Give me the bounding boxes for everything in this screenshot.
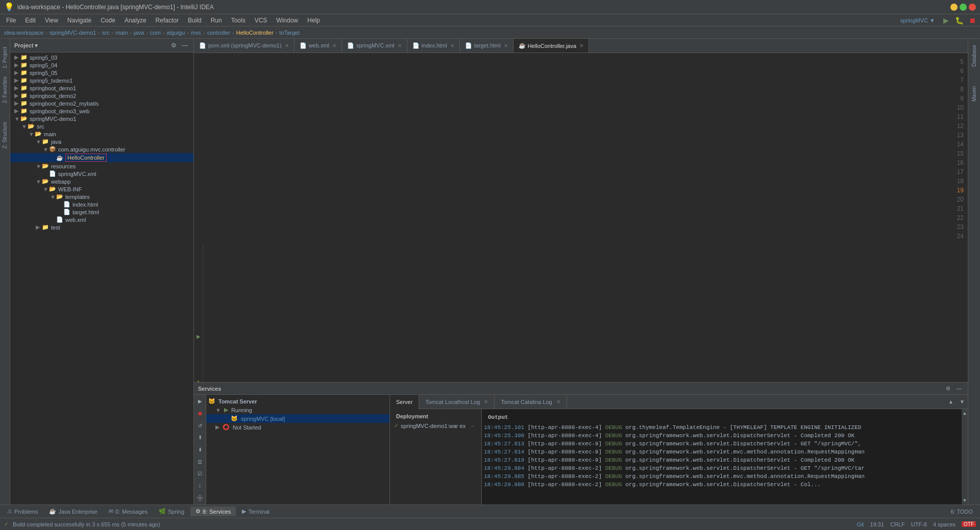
tree-test[interactable]: ▶ 📁 test bbox=[10, 223, 193, 231]
tab-target-html[interactable]: 📄 target.html ✕ bbox=[460, 39, 513, 53]
tree-spring5-04[interactable]: ▶ 📁 spring5_04 bbox=[10, 61, 193, 69]
tree-springboot-demo2[interactable]: ▶ 📁 springboot_demo2 bbox=[10, 92, 193, 99]
maximize-button[interactable] bbox=[960, 4, 967, 11]
services-close[interactable]: — bbox=[954, 384, 964, 393]
bc-com[interactable]: com bbox=[150, 30, 161, 36]
run-gutter-icon[interactable]: ▶ bbox=[194, 332, 203, 341]
warning-gutter-icon[interactable]: ⚠ bbox=[194, 377, 203, 382]
services-stop[interactable]: ⏹ bbox=[194, 408, 206, 419]
line-ending[interactable]: CRLF bbox=[890, 521, 905, 527]
tree-templates[interactable]: ▼ 📂 templates bbox=[10, 193, 193, 200]
services-menu[interactable]: ☰ bbox=[194, 456, 206, 467]
tab-close-srv[interactable]: ✕ bbox=[484, 399, 488, 405]
tab-index-html[interactable]: 📄 index.html ✕ bbox=[407, 39, 460, 53]
menu-help[interactable]: Help bbox=[303, 16, 324, 25]
tree-index-html[interactable]: ▶ 📄 index.html bbox=[10, 200, 193, 208]
bc-controller[interactable]: controller bbox=[207, 30, 230, 36]
run-button[interactable]: ▶ bbox=[940, 15, 951, 26]
stop-button[interactable]: ⏹ bbox=[967, 15, 978, 26]
tab-close-icon[interactable]: ✕ bbox=[450, 43, 454, 48]
bc-main[interactable]: main bbox=[115, 30, 128, 36]
services-settings[interactable]: ⚙ bbox=[943, 384, 952, 393]
srv-running[interactable]: ▼ ▶ Running bbox=[206, 406, 389, 414]
tree-springboot-demo1[interactable]: ▶ 📁 springboot_demo1 bbox=[10, 84, 193, 92]
srv-not-started[interactable]: ▶ ⭕ Not Started bbox=[206, 423, 389, 432]
tab-close-icon[interactable]: ✕ bbox=[285, 43, 289, 48]
bc-workspace[interactable]: idea-workspace bbox=[4, 30, 43, 36]
tree-spring5-05[interactable]: ▶ 📁 spring5_05 bbox=[10, 69, 193, 77]
tree-web-xml[interactable]: ▶ 📄 web.xml bbox=[10, 216, 193, 223]
indent[interactable]: 4 spaces bbox=[933, 521, 955, 527]
encoding[interactable]: UTF-8 bbox=[911, 521, 927, 527]
bc-atguigu[interactable]: atguigu bbox=[166, 30, 185, 36]
tree-target-html[interactable]: ▶ 📄 target.html bbox=[10, 208, 193, 216]
menu-analyze[interactable]: Analyze bbox=[120, 16, 151, 25]
services-expand[interactable]: ↕ bbox=[194, 481, 206, 492]
srv-tab-tomcat-localhost[interactable]: Tomcat Localhost Log ✕ bbox=[419, 395, 495, 409]
tree-springmvc-demo1[interactable]: ▼ 📂 springMVC-demo1 bbox=[10, 115, 193, 122]
srv-tab-server[interactable]: Server bbox=[390, 395, 419, 409]
services-run[interactable]: ▶ bbox=[194, 396, 206, 407]
tab-todo[interactable]: 6: TODO bbox=[945, 507, 978, 516]
tab-web-xml[interactable]: 📄 web.xml ✕ bbox=[295, 39, 342, 53]
tree-webapp[interactable]: ▼ 📂 webapp bbox=[10, 178, 193, 185]
close-button[interactable] bbox=[969, 4, 976, 11]
services-down[interactable]: ⬇ bbox=[194, 444, 206, 456]
services-filter[interactable]: ☑ bbox=[194, 468, 206, 479]
menu-tools[interactable]: Tools bbox=[227, 16, 250, 25]
bc-mvc[interactable]: mvc bbox=[191, 30, 201, 36]
services-add[interactable]: ➕ bbox=[194, 492, 206, 503]
menu-run[interactable]: Run bbox=[207, 16, 226, 25]
project-settings[interactable]: ⚙ bbox=[169, 41, 178, 50]
menu-window[interactable]: Window bbox=[272, 16, 302, 25]
database-tab[interactable]: Database bbox=[970, 41, 978, 71]
menu-view[interactable]: View bbox=[41, 16, 62, 25]
tree-resources[interactable]: ▼ 📂 resources bbox=[10, 162, 193, 170]
tree-springboot-demo3-web[interactable]: ▶ 📁 springboot_demo3_web bbox=[10, 107, 193, 115]
out-scroll-up[interactable]: ▲ bbox=[962, 410, 968, 416]
tab-close-srv2[interactable]: ✕ bbox=[556, 399, 560, 405]
tree-hellocontroller[interactable]: ▶ ☕ HelloController bbox=[10, 153, 193, 162]
tab-problems[interactable]: ⚠ Problems bbox=[2, 507, 43, 516]
tab-java-enterprise[interactable]: ☕ Java Enterprise bbox=[44, 507, 102, 516]
menu-edit[interactable]: Edit bbox=[21, 16, 40, 25]
menu-build[interactable]: Build bbox=[184, 16, 206, 25]
srv-tab-tomcat-catalina[interactable]: Tomcat Catalina Log ✕ bbox=[495, 395, 567, 409]
git-branch[interactable]: Git bbox=[856, 521, 864, 527]
tree-spring5-txdemo1[interactable]: ▶ 📁 spring5_txdemo1 bbox=[10, 77, 193, 84]
tree-src[interactable]: ▼ 📂 src bbox=[10, 122, 193, 130]
code-editor[interactable]: 5 6 7 8 9 10 11 12 13 14 15 16 17 18 19 … bbox=[194, 53, 968, 382]
debug-button[interactable]: 🐛 bbox=[953, 15, 965, 26]
project-tab[interactable]: 1: Project bbox=[1, 43, 9, 72]
tab-terminal[interactable]: ▶ Terminal bbox=[237, 507, 275, 516]
menu-vcs[interactable]: VCS bbox=[251, 16, 272, 25]
bc-src[interactable]: src bbox=[102, 30, 110, 36]
bc-java[interactable]: java bbox=[134, 30, 144, 36]
favorites-tab[interactable]: 2: Favorites bbox=[1, 72, 9, 107]
minimize-button[interactable] bbox=[950, 4, 958, 11]
tree-webinf[interactable]: ▼ 📂 WEB-INF bbox=[10, 185, 193, 193]
services-restart[interactable]: ↺ bbox=[194, 420, 206, 431]
tree-java[interactable]: ▼ 📁 java bbox=[10, 138, 193, 145]
tab-hellocontroller[interactable]: ☕ HelloController.java ✕ bbox=[513, 39, 589, 53]
tab-close-icon[interactable]: ✕ bbox=[398, 43, 402, 48]
menu-navigate[interactable]: Navigate bbox=[63, 16, 95, 25]
bc-project[interactable]: springMVC-demo1 bbox=[50, 30, 96, 36]
structure-tab[interactable]: Z: Structure bbox=[1, 118, 9, 153]
tab-springmvc-xml[interactable]: 📄 springMVC.xml ✕ bbox=[342, 39, 407, 53]
tree-spring5-03[interactable]: ▶ 📁 spring5_03 bbox=[10, 54, 193, 61]
output-scroll-down[interactable]: ▼ bbox=[957, 396, 968, 408]
tab-services[interactable]: ⚙ 8: Services bbox=[190, 507, 236, 516]
tab-messages[interactable]: ✉ 0: Messages bbox=[104, 507, 153, 516]
bc-totarget[interactable]: toTarget bbox=[279, 30, 300, 36]
tab-spring[interactable]: 🌿 Spring bbox=[154, 507, 189, 516]
out-scroll-down[interactable]: ▼ bbox=[962, 497, 968, 503]
maven-tab[interactable]: Maven bbox=[970, 82, 978, 106]
tab-close-icon[interactable]: ✕ bbox=[579, 43, 583, 48]
services-up[interactable]: ⬆ bbox=[194, 432, 206, 443]
tree-main[interactable]: ▼ 📂 main bbox=[10, 130, 193, 138]
srv-tomcat-server[interactable]: 🐱 Tomcat Server bbox=[206, 397, 389, 406]
project-close[interactable]: — bbox=[180, 41, 189, 50]
bc-hellocontroller[interactable]: HelloController bbox=[236, 30, 274, 36]
tree-springboot-demo2-mybatis[interactable]: ▶ 📁 springboot_demo2_mybatis bbox=[10, 99, 193, 107]
